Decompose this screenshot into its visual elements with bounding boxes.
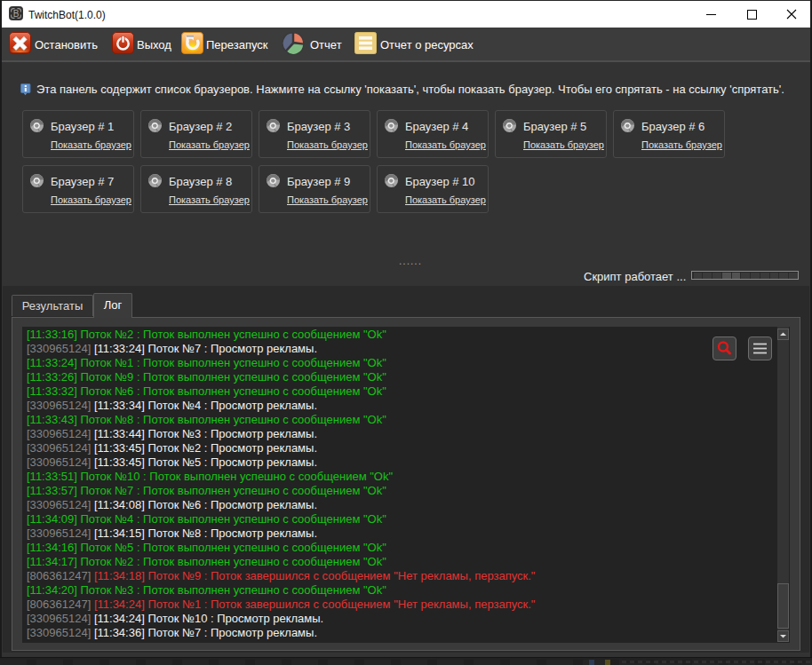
svg-text:B: B (13, 9, 20, 19)
